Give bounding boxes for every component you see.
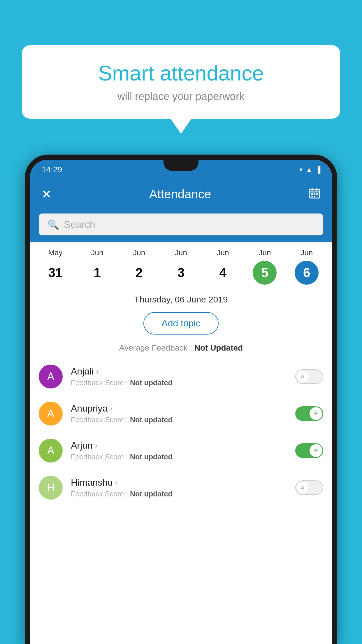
toggle-switch[interactable]: A	[295, 369, 323, 384]
chevron-icon: ›	[115, 478, 118, 487]
student-avatar: A	[39, 402, 63, 426]
svg-rect-4	[311, 193, 313, 195]
student-list: AAnjali ›Feedback Score : Not updatedAAA…	[30, 358, 332, 506]
student-name[interactable]: Arjun ›	[71, 440, 295, 451]
calendar-icon[interactable]	[309, 188, 320, 201]
status-time: 14:29	[42, 165, 62, 174]
cal-date-number[interactable]: 5	[253, 261, 277, 285]
status-icons: ▾ ▲ ▐	[299, 166, 320, 174]
toggle-switch[interactable]: A	[295, 480, 323, 495]
attendance-toggle[interactable]: A	[295, 369, 323, 384]
app-bar-title: Attendance	[149, 187, 211, 201]
student-avatar: H	[39, 476, 63, 500]
student-info: Arjun ›Feedback Score : Not updated	[71, 440, 295, 461]
calendar-day-3[interactable]: Jun3	[160, 248, 202, 285]
student-name[interactable]: Anupriya ›	[71, 403, 295, 414]
add-topic-button[interactable]: Add topic	[143, 312, 218, 335]
student-score: Feedback Score : Not updated	[71, 490, 295, 498]
signal-icon: ▲	[306, 166, 312, 174]
student-info: Anupriya ›Feedback Score : Not updated	[71, 403, 295, 424]
toggle-switch[interactable]: P	[295, 443, 323, 458]
svg-rect-7	[311, 196, 313, 197]
bubble-subtitle: will replace your paperwork	[39, 90, 323, 103]
search-bar[interactable]: 🔍 Search	[39, 214, 323, 235]
cal-date-number[interactable]: 3	[169, 261, 193, 285]
toggle-knob: P	[310, 444, 322, 457]
student-score: Feedback Score : Not updated	[71, 379, 295, 387]
svg-rect-5	[314, 193, 315, 195]
phone-screen: 14:29 ▾ ▲ ▐ ✕ Attendance	[30, 160, 332, 644]
attendance-toggle[interactable]: P	[295, 406, 323, 421]
avg-feedback-value: Not Updated	[194, 343, 243, 352]
chevron-icon: ›	[110, 404, 113, 413]
selected-date-bar: Thursday, 06 June 2019	[30, 288, 332, 309]
cal-month-label: Jun	[133, 248, 145, 257]
chevron-icon: ›	[96, 367, 99, 376]
student-name[interactable]: Anjali ›	[71, 366, 295, 377]
svg-rect-8	[314, 196, 315, 197]
search-icon: 🔍	[48, 219, 59, 230]
search-container: 🔍 Search	[30, 209, 332, 242]
student-score: Feedback Score : Not updated	[71, 416, 295, 424]
cal-month-label: Jun	[259, 248, 271, 257]
cal-month-label: Jun	[301, 248, 313, 257]
student-avatar: A	[39, 439, 63, 463]
cal-month-label: Jun	[217, 248, 229, 257]
avg-feedback-label: Average Feedback :	[119, 343, 194, 352]
cal-date-number[interactable]: 6	[295, 261, 319, 285]
cal-month-label: Jun	[175, 248, 187, 257]
speech-bubble-container: Smart attendance will replace your paper…	[22, 45, 340, 119]
status-bar: 14:29 ▾ ▲ ▐	[30, 160, 332, 180]
student-name[interactable]: Himanshu ›	[71, 477, 295, 488]
calendar-day-2[interactable]: Jun2	[118, 248, 160, 285]
wifi-icon: ▾	[299, 166, 303, 174]
student-avatar: A	[39, 365, 63, 388]
avg-feedback: Average Feedback : Not Updated	[30, 340, 332, 358]
svg-rect-6	[316, 193, 318, 195]
toggle-knob: P	[310, 407, 322, 420]
student-item-3: HHimanshu ›Feedback Score : Not updatedA	[30, 469, 332, 506]
cal-month-label: May	[48, 248, 62, 257]
notch	[164, 160, 198, 171]
phone-frame: 14:29 ▾ ▲ ▐ ✕ Attendance	[25, 155, 337, 644]
cal-date-number[interactable]: 4	[211, 261, 235, 285]
search-input[interactable]: Search	[64, 219, 95, 230]
cal-date-number[interactable]: 31	[43, 261, 67, 285]
student-item-1: AAnupriya ›Feedback Score : Not updatedP	[30, 395, 332, 432]
close-button[interactable]: ✕	[42, 188, 52, 201]
cal-month-label: Jun	[91, 248, 103, 257]
student-info: Anjali ›Feedback Score : Not updated	[71, 366, 295, 387]
calendar-day-1[interactable]: Jun1	[76, 248, 118, 285]
toggle-knob: A	[296, 481, 309, 494]
attendance-toggle[interactable]: A	[295, 480, 323, 495]
speech-bubble: Smart attendance will replace your paper…	[22, 45, 340, 119]
toggle-switch[interactable]: P	[295, 406, 323, 421]
student-info: Himanshu ›Feedback Score : Not updated	[71, 477, 295, 498]
calendar-day-4[interactable]: Jun4	[202, 248, 244, 285]
student-item-2: AArjun ›Feedback Score : Not updatedP	[30, 432, 332, 469]
cal-date-number[interactable]: 2	[127, 261, 151, 285]
attendance-toggle[interactable]: P	[295, 443, 323, 458]
toggle-knob: A	[296, 370, 309, 383]
chevron-icon: ›	[95, 441, 98, 450]
cal-date-number[interactable]: 1	[85, 261, 109, 285]
student-item-0: AAnjali ›Feedback Score : Not updatedA	[30, 358, 332, 395]
calendar-day-5[interactable]: Jun5	[244, 248, 286, 285]
calendar-strip: May31Jun1Jun2Jun3Jun4Jun5Jun6	[30, 242, 332, 288]
battery-icon: ▐	[316, 166, 320, 174]
student-score: Feedback Score : Not updated	[71, 453, 295, 461]
app-bar: ✕ Attendance	[30, 180, 332, 209]
calendar-day-6[interactable]: Jun6	[286, 248, 328, 285]
bubble-title: Smart attendance	[39, 61, 323, 85]
calendar-day-0[interactable]: May31	[34, 248, 76, 285]
add-topic-container: Add topic	[30, 309, 332, 340]
